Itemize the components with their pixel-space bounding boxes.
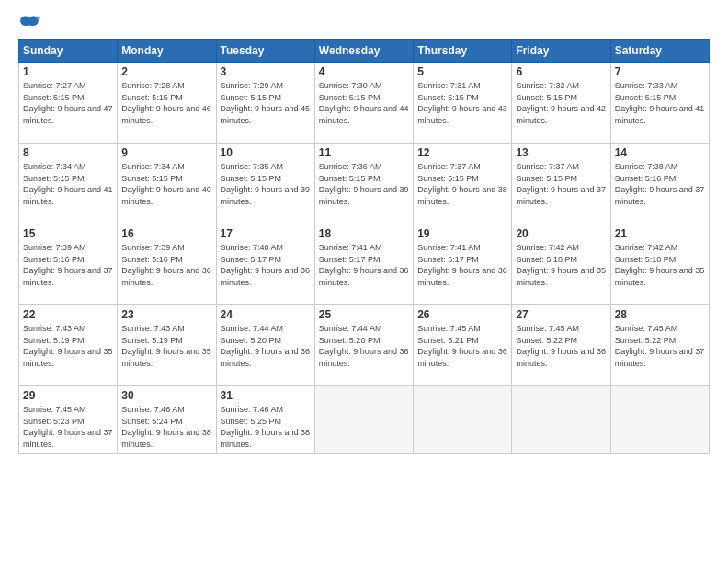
- day-info: Sunrise: 7:38 AMSunset: 5:16 PMDaylight:…: [615, 161, 705, 207]
- calendar-cell: 31Sunrise: 7:46 AMSunset: 5:25 PMDayligh…: [216, 386, 314, 454]
- day-number: 22: [23, 308, 113, 321]
- calendar-cell: 21Sunrise: 7:42 AMSunset: 5:18 PMDayligh…: [610, 224, 709, 305]
- weekday-header-row: SundayMondayTuesdayWednesdayThursdayFrid…: [19, 40, 710, 63]
- header: [18, 15, 710, 31]
- calendar-cell: 5Sunrise: 7:31 AMSunset: 5:15 PMDaylight…: [414, 63, 512, 144]
- calendar-cell: 25Sunrise: 7:44 AMSunset: 5:20 PMDayligh…: [314, 305, 413, 386]
- day-info: Sunrise: 7:46 AMSunset: 5:25 PMDaylight:…: [221, 404, 311, 450]
- calendar-cell: 2Sunrise: 7:28 AMSunset: 5:15 PMDaylight…: [118, 63, 216, 144]
- day-number: 27: [516, 308, 606, 321]
- calendar-cell: 11Sunrise: 7:36 AMSunset: 5:15 PMDayligh…: [314, 144, 413, 224]
- day-info: Sunrise: 7:31 AMSunset: 5:15 PMDaylight:…: [417, 80, 507, 126]
- day-info: Sunrise: 7:45 AMSunset: 5:22 PMDaylight:…: [615, 323, 705, 369]
- day-number: 16: [121, 227, 211, 240]
- day-info: Sunrise: 7:43 AMSunset: 5:19 PMDaylight:…: [121, 323, 211, 369]
- day-number: 29: [23, 389, 113, 402]
- day-info: Sunrise: 7:29 AMSunset: 5:15 PMDaylight:…: [221, 80, 311, 126]
- calendar-cell: 15Sunrise: 7:39 AMSunset: 5:16 PMDayligh…: [19, 224, 118, 305]
- calendar-cell: 22Sunrise: 7:43 AMSunset: 5:19 PMDayligh…: [19, 305, 118, 386]
- day-info: Sunrise: 7:39 AMSunset: 5:16 PMDaylight:…: [23, 242, 113, 288]
- calendar-cell: 12Sunrise: 7:37 AMSunset: 5:15 PMDayligh…: [414, 144, 512, 224]
- calendar-cell: [610, 386, 709, 454]
- day-number: 9: [121, 146, 211, 159]
- calendar-cell: 23Sunrise: 7:43 AMSunset: 5:19 PMDayligh…: [118, 305, 216, 386]
- calendar-cell: 19Sunrise: 7:41 AMSunset: 5:17 PMDayligh…: [414, 224, 512, 305]
- calendar-header: SundayMondayTuesdayWednesdayThursdayFrid…: [19, 40, 710, 63]
- weekday-header-wednesday: Wednesday: [314, 40, 413, 63]
- calendar-week-5: 29Sunrise: 7:45 AMSunset: 5:23 PMDayligh…: [19, 386, 710, 454]
- calendar-cell: 27Sunrise: 7:45 AMSunset: 5:22 PMDayligh…: [512, 305, 610, 386]
- day-number: 6: [516, 65, 606, 78]
- weekday-header-saturday: Saturday: [610, 40, 709, 63]
- calendar-cell: 10Sunrise: 7:35 AMSunset: 5:15 PMDayligh…: [216, 144, 314, 224]
- day-number: 13: [516, 146, 606, 159]
- calendar-body: 1Sunrise: 7:27 AMSunset: 5:15 PMDaylight…: [19, 63, 710, 454]
- day-number: 3: [221, 65, 311, 78]
- day-number: 10: [221, 146, 311, 159]
- day-number: 18: [319, 227, 409, 240]
- day-info: Sunrise: 7:32 AMSunset: 5:15 PMDaylight:…: [516, 80, 606, 126]
- calendar-week-4: 22Sunrise: 7:43 AMSunset: 5:19 PMDayligh…: [19, 305, 710, 386]
- day-number: 8: [23, 146, 113, 159]
- calendar-cell: 30Sunrise: 7:46 AMSunset: 5:24 PMDayligh…: [118, 386, 216, 454]
- calendar-cell: 4Sunrise: 7:30 AMSunset: 5:15 PMDaylight…: [314, 63, 413, 144]
- day-info: Sunrise: 7:44 AMSunset: 5:20 PMDaylight:…: [221, 323, 311, 369]
- day-info: Sunrise: 7:30 AMSunset: 5:15 PMDaylight:…: [319, 80, 409, 126]
- day-info: Sunrise: 7:37 AMSunset: 5:15 PMDaylight:…: [417, 161, 507, 207]
- calendar-week-2: 8Sunrise: 7:34 AMSunset: 5:15 PMDaylight…: [19, 144, 710, 224]
- day-info: Sunrise: 7:28 AMSunset: 5:15 PMDaylight:…: [121, 80, 211, 126]
- day-info: Sunrise: 7:36 AMSunset: 5:15 PMDaylight:…: [319, 161, 409, 207]
- calendar-cell: 8Sunrise: 7:34 AMSunset: 5:15 PMDaylight…: [19, 144, 118, 224]
- logo: [18, 15, 44, 31]
- calendar-cell: 28Sunrise: 7:45 AMSunset: 5:22 PMDayligh…: [610, 305, 709, 386]
- day-info: Sunrise: 7:34 AMSunset: 5:15 PMDaylight:…: [121, 161, 211, 207]
- calendar-cell: 14Sunrise: 7:38 AMSunset: 5:16 PMDayligh…: [610, 144, 709, 224]
- day-number: 4: [319, 65, 409, 78]
- day-info: Sunrise: 7:43 AMSunset: 5:19 PMDaylight:…: [23, 323, 113, 369]
- day-number: 17: [221, 227, 311, 240]
- day-info: Sunrise: 7:42 AMSunset: 5:18 PMDaylight:…: [615, 242, 705, 288]
- day-info: Sunrise: 7:27 AMSunset: 5:15 PMDaylight:…: [23, 80, 113, 126]
- day-number: 5: [417, 65, 507, 78]
- day-number: 15: [23, 227, 113, 240]
- day-info: Sunrise: 7:39 AMSunset: 5:16 PMDaylight:…: [121, 242, 211, 288]
- day-number: 24: [221, 308, 311, 321]
- day-number: 19: [417, 227, 507, 240]
- day-number: 30: [121, 389, 211, 402]
- day-info: Sunrise: 7:33 AMSunset: 5:15 PMDaylight:…: [615, 80, 705, 126]
- day-number: 28: [615, 308, 705, 321]
- day-info: Sunrise: 7:44 AMSunset: 5:20 PMDaylight:…: [319, 323, 409, 369]
- calendar-cell: 9Sunrise: 7:34 AMSunset: 5:15 PMDaylight…: [118, 144, 216, 224]
- day-number: 12: [417, 146, 507, 159]
- calendar-cell: 24Sunrise: 7:44 AMSunset: 5:20 PMDayligh…: [216, 305, 314, 386]
- calendar-week-1: 1Sunrise: 7:27 AMSunset: 5:15 PMDaylight…: [19, 63, 710, 144]
- day-info: Sunrise: 7:45 AMSunset: 5:21 PMDaylight:…: [417, 323, 507, 369]
- day-info: Sunrise: 7:37 AMSunset: 5:15 PMDaylight:…: [516, 161, 606, 207]
- weekday-header-tuesday: Tuesday: [216, 40, 314, 63]
- day-number: 31: [221, 389, 311, 402]
- day-number: 25: [319, 308, 409, 321]
- calendar-cell: 6Sunrise: 7:32 AMSunset: 5:15 PMDaylight…: [512, 63, 610, 144]
- day-info: Sunrise: 7:35 AMSunset: 5:15 PMDaylight:…: [221, 161, 311, 207]
- calendar-cell: 20Sunrise: 7:42 AMSunset: 5:18 PMDayligh…: [512, 224, 610, 305]
- calendar-cell: [414, 386, 512, 454]
- weekday-header-sunday: Sunday: [19, 40, 118, 63]
- day-number: 23: [121, 308, 211, 321]
- weekday-header-thursday: Thursday: [414, 40, 512, 63]
- day-number: 7: [615, 65, 705, 78]
- day-info: Sunrise: 7:41 AMSunset: 5:17 PMDaylight:…: [417, 242, 507, 288]
- calendar-cell: [512, 386, 610, 454]
- calendar-cell: [314, 386, 413, 454]
- calendar-cell: 7Sunrise: 7:33 AMSunset: 5:15 PMDaylight…: [610, 63, 709, 144]
- calendar-cell: 1Sunrise: 7:27 AMSunset: 5:15 PMDaylight…: [19, 63, 118, 144]
- calendar-cell: 16Sunrise: 7:39 AMSunset: 5:16 PMDayligh…: [118, 224, 216, 305]
- weekday-header-monday: Monday: [118, 40, 216, 63]
- weekday-header-friday: Friday: [512, 40, 610, 63]
- calendar-cell: 17Sunrise: 7:40 AMSunset: 5:17 PMDayligh…: [216, 224, 314, 305]
- day-number: 21: [615, 227, 705, 240]
- calendar: SundayMondayTuesdayWednesdayThursdayFrid…: [18, 39, 710, 454]
- day-info: Sunrise: 7:41 AMSunset: 5:17 PMDaylight:…: [319, 242, 409, 288]
- calendar-cell: 13Sunrise: 7:37 AMSunset: 5:15 PMDayligh…: [512, 144, 610, 224]
- calendar-cell: 29Sunrise: 7:45 AMSunset: 5:23 PMDayligh…: [19, 386, 118, 454]
- day-info: Sunrise: 7:45 AMSunset: 5:23 PMDaylight:…: [23, 404, 113, 450]
